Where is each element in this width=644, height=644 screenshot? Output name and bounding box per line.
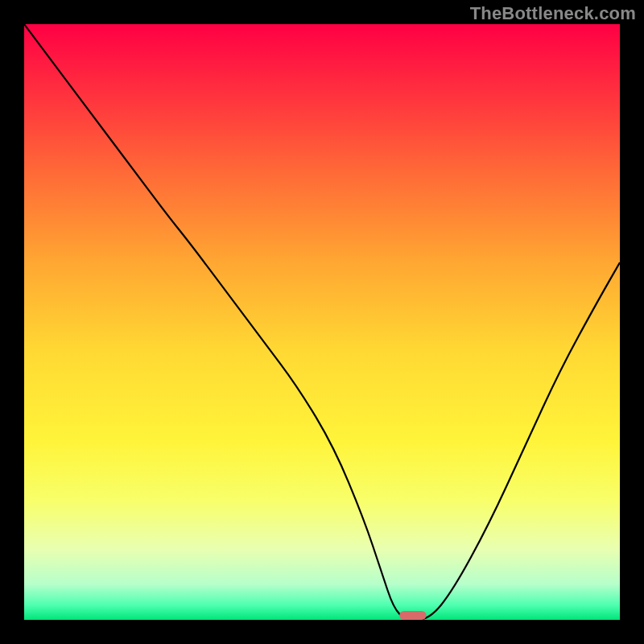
plot-background xyxy=(24,24,620,620)
watermark-text: TheBottleneck.com xyxy=(470,3,636,24)
target-range-marker xyxy=(399,611,426,620)
bottleneck-chart: TheBottleneck.com xyxy=(0,0,644,644)
chart-svg xyxy=(0,0,644,644)
